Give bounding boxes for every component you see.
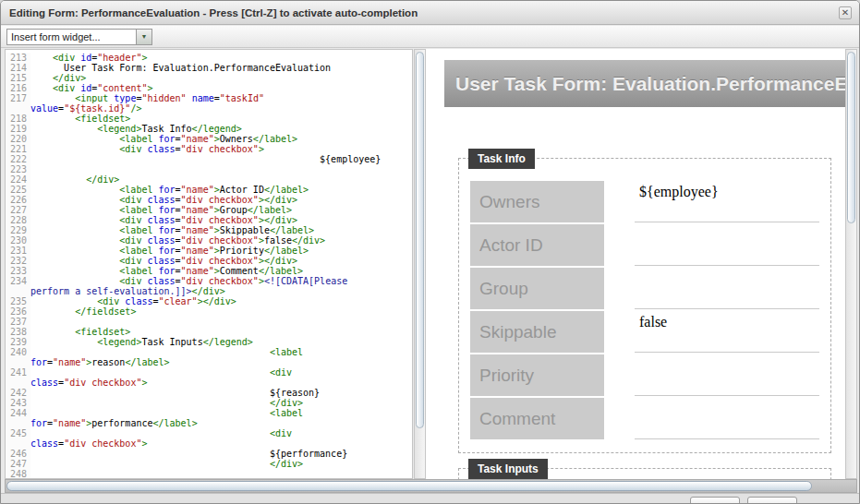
line-number: 226 <box>6 195 30 205</box>
code-line: 224 </div> <box>6 174 412 185</box>
form-field-row: Priority <box>470 354 819 396</box>
confirm-button[interactable]: ✔ <box>690 497 740 504</box>
line-number: 220 <box>6 134 30 144</box>
line-number: 243 <box>6 398 30 408</box>
line-number: 245 <box>6 428 30 438</box>
line-number: 217 <box>6 93 30 103</box>
field-label: Comment <box>470 398 604 439</box>
line-number: 238 <box>6 327 30 337</box>
line-number: 244 <box>6 408 30 418</box>
field-gap <box>604 311 635 353</box>
editor-lines: 213 <div id="header">214 User Task Form:… <box>6 53 412 479</box>
editor-vertical-scrollbar[interactable] <box>414 49 426 479</box>
editor-toolbar: Insert form widget... ▼ <box>1 26 859 48</box>
code-line: perform a self-evaluation.]]></div> <box>6 286 412 296</box>
code-line: class="div_checkbox"> <box>6 438 412 449</box>
line-number: 216 <box>6 83 30 93</box>
line-number <box>6 103 30 114</box>
line-number: 233 <box>6 266 30 276</box>
line-number <box>6 438 30 449</box>
code-line: 239 <legend>Task Inputs</legend> <box>6 337 412 347</box>
field-value <box>635 224 819 266</box>
field-label: Group <box>470 268 604 309</box>
line-number: 228 <box>6 215 30 225</box>
line-number: 247 <box>6 459 30 469</box>
form-field-row: Group <box>470 268 819 309</box>
field-value <box>635 268 819 309</box>
dialog-titlebar: Editing Form: PerformanceEvaluation - Pr… <box>1 1 859 25</box>
field-gap <box>604 398 635 439</box>
preview-vertical-scrollbar-thumb[interactable] <box>847 52 855 223</box>
preview-fieldset: Task InfoOwners${employee}Actor IDGroupS… <box>458 158 831 453</box>
field-label: Skippable <box>470 311 604 353</box>
line-number: 225 <box>6 185 30 195</box>
cancel-button[interactable]: ✘ <box>747 497 797 504</box>
code-line: 238 <fieldset> <box>6 327 412 337</box>
line-number: 235 <box>6 296 30 306</box>
code-line: 232 <div class="div_checkbox"></div> <box>6 256 412 266</box>
line-number: 241 <box>6 367 30 378</box>
chevron-down-icon[interactable]: ▼ <box>136 30 151 44</box>
field-label: Actor ID <box>470 224 604 266</box>
code-line: 244 <label <box>6 408 412 418</box>
form-preview: User Task Form: Evaluation.PerformanceEv… <box>426 49 845 479</box>
line-number: 218 <box>6 114 30 124</box>
code-line: 243 </div> <box>6 398 412 408</box>
insert-widget-dropdown-value: Insert form widget... <box>11 30 101 44</box>
insert-widget-dropdown[interactable]: Insert form widget... ▼ <box>6 29 152 45</box>
close-icon[interactable]: ✕ <box>839 6 852 19</box>
line-number <box>6 378 30 388</box>
line-number: 215 <box>6 73 30 83</box>
code-line: 233 <label for="name">Comment</label> <box>6 266 412 276</box>
dialog-title: Editing Form: PerformanceEvaluation - Pr… <box>9 1 418 25</box>
form-field-row: Comment <box>470 398 819 439</box>
preview-fieldset: Task Inputs <box>458 468 831 479</box>
code-line: 248 <box>6 469 412 479</box>
code-line: 246 ${performance} <box>6 449 412 459</box>
horizontal-scrollbar[interactable] <box>5 479 857 493</box>
line-number: 227 <box>6 205 30 215</box>
line-number: 232 <box>6 256 30 266</box>
code-editor[interactable]: 213 <div id="header">214 User Task Form:… <box>5 49 413 479</box>
field-value <box>635 398 819 439</box>
code-line: 234 <div class="div_checkbox"><![CDATA[P… <box>6 276 412 286</box>
horizontal-scrollbar-thumb[interactable] <box>6 481 812 491</box>
line-number: 214 <box>6 63 30 73</box>
code-line: 231 <label for="name">Priority</label> <box>6 246 412 256</box>
code-line: 220 <label for="name">Owners</label> <box>6 134 412 144</box>
line-number: 231 <box>6 246 30 256</box>
preview-vertical-scrollbar[interactable] <box>845 49 857 479</box>
line-number <box>6 286 30 296</box>
code-line: 213 <div id="header"> <box>6 53 412 63</box>
field-gap <box>604 268 635 309</box>
code-line: 217 <input type="hidden" name="taskId" <box>6 93 412 103</box>
line-number: 242 <box>6 388 30 398</box>
code-line: 222 ${employee} <box>6 154 412 164</box>
field-gap <box>604 224 635 266</box>
fieldset-legend: Task Inputs <box>468 459 548 479</box>
field-gap <box>604 181 635 222</box>
line-number: 248 <box>6 469 30 479</box>
code-line: 228 <div class="div_checkbox"></div> <box>6 215 412 225</box>
form-field-row: Actor ID <box>470 224 819 266</box>
code-line: for="name">performance</label> <box>6 418 412 428</box>
line-number: 222 <box>6 154 30 164</box>
code-line: 225 <label for="name">Actor ID</label> <box>6 185 412 195</box>
field-gap <box>604 354 635 396</box>
line-number <box>6 418 30 428</box>
line-number: 240 <box>6 347 30 357</box>
code-line: 237 <box>6 317 412 327</box>
code-line: 245 <div <box>6 428 412 438</box>
line-number: 223 <box>6 164 30 174</box>
field-value: ${employee} <box>635 181 819 222</box>
line-number <box>6 357 30 367</box>
code-line: 221 <div class="div_checkbox"> <box>6 144 412 154</box>
line-number: 237 <box>6 317 30 327</box>
line-number: 246 <box>6 449 30 459</box>
code-line: 219 <legend>Task Info</legend> <box>6 124 412 134</box>
line-number: 221 <box>6 144 30 154</box>
editor-vertical-scrollbar-thumb[interactable] <box>416 52 424 428</box>
code-line: 226 <div class="div_checkbox"></div> <box>6 195 412 205</box>
code-line: value="${task.id}"/> <box>6 103 412 114</box>
code-line: 230 <div class="div_checkbox">false</div… <box>6 235 412 246</box>
